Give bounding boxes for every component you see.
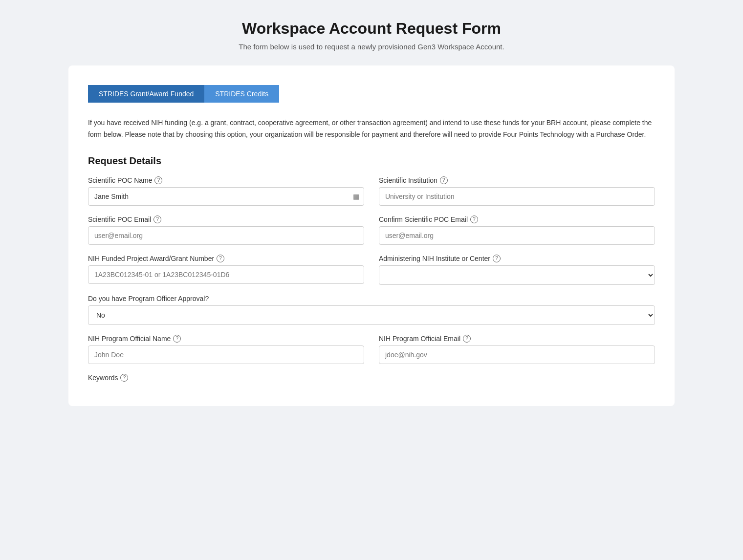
- section-title: Request Details: [88, 155, 655, 167]
- keywords-group: Keywords ?: [88, 374, 364, 382]
- nih-institute-help-icon[interactable]: ?: [493, 255, 501, 262]
- nih-institute-label: Administering NIH Institute or Center ?: [379, 255, 655, 262]
- grant-number-help-icon[interactable]: ?: [217, 255, 224, 262]
- program-official-email-help-icon[interactable]: ?: [463, 335, 471, 343]
- grant-number-label: NIH Funded Project Award/Grant Number ?: [88, 255, 364, 262]
- tabs-container: STRIDES Grant/Award Funded STRIDES Credi…: [88, 85, 655, 103]
- poc-name-help-icon[interactable]: ?: [154, 176, 162, 184]
- institution-group: Scientific Institution ?: [379, 176, 655, 206]
- tab-grant-funded[interactable]: STRIDES Grant/Award Funded: [88, 85, 204, 103]
- grant-number-input[interactable]: [88, 265, 364, 284]
- poc-email-help-icon[interactable]: ?: [153, 215, 161, 223]
- nih-institute-group: Administering NIH Institute or Center ?: [379, 255, 655, 285]
- program-official-email-input[interactable]: [379, 345, 655, 364]
- grant-number-group: NIH Funded Project Award/Grant Number ?: [88, 255, 364, 285]
- program-official-name-help-icon[interactable]: ?: [173, 335, 181, 343]
- keywords-label: Keywords ?: [88, 374, 364, 382]
- description-text: If you have received NIH funding (e.g. a…: [88, 117, 655, 141]
- confirm-email-group: Confirm Scientific POC Email ?: [379, 215, 655, 245]
- poc-name-input[interactable]: [88, 187, 364, 206]
- program-approval-group: Do you have Program Officer Approval? No…: [88, 295, 655, 325]
- poc-name-input-wrapper: ▦: [88, 187, 364, 206]
- tab-strides-credits[interactable]: STRIDES Credits: [204, 85, 279, 103]
- program-official-name-group: NIH Program Official Name ?: [88, 335, 364, 364]
- page-title: Workspace Account Request Form: [20, 20, 723, 38]
- institution-help-icon[interactable]: ?: [440, 176, 448, 184]
- poc-email-group: Scientific POC Email ?: [88, 215, 364, 245]
- page-subtitle: The form below is used to request a newl…: [20, 43, 723, 51]
- poc-name-group: Scientific POC Name ? ▦: [88, 176, 364, 206]
- program-official-email-label: NIH Program Official Email ?: [379, 335, 655, 343]
- nih-institute-select[interactable]: [379, 265, 655, 285]
- confirm-email-help-icon[interactable]: ?: [470, 215, 478, 223]
- program-official-name-label: NIH Program Official Name ?: [88, 335, 364, 343]
- poc-name-label: Scientific POC Name ?: [88, 176, 364, 184]
- poc-email-label: Scientific POC Email ?: [88, 215, 364, 223]
- confirm-email-input[interactable]: [379, 226, 655, 245]
- poc-email-input[interactable]: [88, 226, 364, 245]
- program-official-name-input[interactable]: [88, 345, 364, 364]
- keywords-help-icon[interactable]: ?: [120, 374, 128, 382]
- confirm-email-label: Confirm Scientific POC Email ?: [379, 215, 655, 223]
- program-approval-select[interactable]: No Yes: [88, 305, 655, 325]
- program-official-email-group: NIH Program Official Email ?: [379, 335, 655, 364]
- institution-label: Scientific Institution ?: [379, 176, 655, 184]
- calendar-icon: ▦: [353, 193, 359, 200]
- institution-input[interactable]: [379, 187, 655, 206]
- program-approval-label: Do you have Program Officer Approval?: [88, 295, 655, 302]
